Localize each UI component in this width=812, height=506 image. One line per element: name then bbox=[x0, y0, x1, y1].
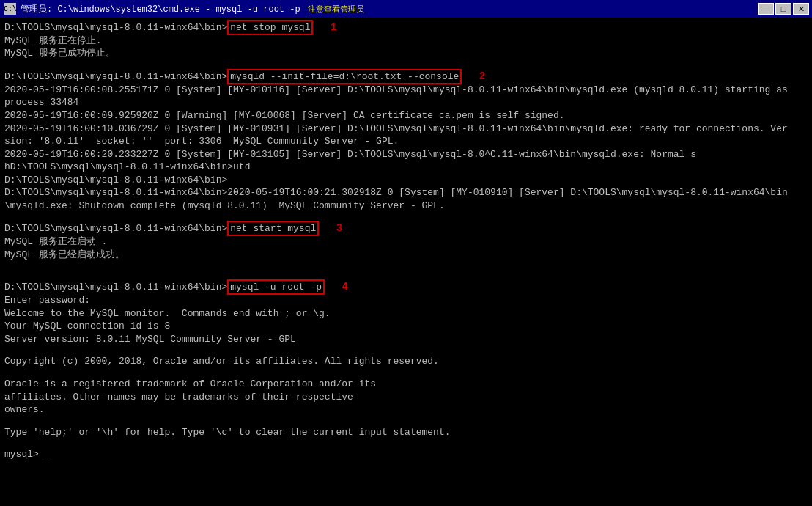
terminal-line-2: MySQL 服务正在停止. bbox=[4, 34, 808, 48]
terminal-line-23: Copyright (c) 2000, 2018, Oracle and/or … bbox=[4, 355, 808, 368]
terminal-line-9: sion: '8.0.11' socket: '' port: 3306 MyS… bbox=[4, 135, 808, 148]
titlebar-title: 管理员: C:\windows\system32\cmd.exe - mysql… bbox=[21, 3, 300, 15]
prompt-3: D:\TOOLS\mysql\mysql-8.0.11-winx64\bin> bbox=[4, 223, 227, 234]
terminal-line-20: Welcome to the MySQL monitor. Commands e… bbox=[4, 307, 808, 320]
step-3: 3 bbox=[336, 222, 342, 234]
cmd-4: mysql -u root -p bbox=[227, 279, 325, 295]
terminal-line-15: D:\TOOLS\mysql\mysql-8.0.11-winx64\bin>n… bbox=[4, 221, 808, 235]
empty-2 bbox=[4, 212, 808, 221]
cmd-3: net start mysql bbox=[227, 221, 319, 236]
terminal-line-1: D:\TOOLS\mysql\mysql-8.0.11-winx64\bin>n… bbox=[4, 21, 808, 34]
terminal-line-5: 2020-05-19T16:00:08.255171Z 0 [System] [… bbox=[4, 84, 808, 97]
terminal-line-12: D:\TOOLS\mysql\mysql-8.0.11-winx64\bin> bbox=[4, 174, 808, 187]
empty-4 bbox=[4, 271, 808, 280]
step-4: 4 bbox=[342, 281, 347, 293]
cmd-2: mysqld --init-file=d:\root.txt --console bbox=[227, 69, 462, 84]
cmd-1: net stop mysql bbox=[227, 20, 313, 35]
terminal-content: D:\TOOLS\mysql\mysql-8.0.11-winx64\bin>n… bbox=[0, 18, 812, 506]
terminal-line-17: MySQL 服务已经启动成功。 bbox=[4, 249, 808, 262]
terminal-line-16: MySQL 服务正在启动 . bbox=[4, 235, 808, 249]
cmd-window: C:\ 管理员: C:\windows\system32\cmd.exe - m… bbox=[0, 0, 812, 506]
terminal-line-6: process 33484 bbox=[4, 96, 808, 109]
prompt-4: D:\TOOLS\mysql\mysql-8.0.11-winx64\bin> bbox=[4, 282, 227, 293]
terminal-line-19: Enter password: bbox=[4, 294, 808, 307]
terminal-line-24: Oracle is a registered trademark of Orac… bbox=[4, 378, 808, 391]
terminal-line-26: owners. bbox=[4, 403, 808, 417]
titlebar-left: C:\ 管理员: C:\windows\system32\cmd.exe - m… bbox=[4, 3, 364, 15]
empty-6 bbox=[4, 368, 808, 378]
terminal-line-4: D:\TOOLS\mysql\mysql-8.0.11-winx64\bin>m… bbox=[4, 70, 808, 84]
titlebar: C:\ 管理员: C:\windows\system32\cmd.exe - m… bbox=[0, 0, 812, 18]
terminal-line-25: affiliates. Other names may be trademark… bbox=[4, 391, 808, 404]
terminal-line-28: mysql> _ bbox=[4, 448, 808, 461]
empty-8 bbox=[4, 439, 808, 448]
titlebar-subtitle: 注意查看管理员 bbox=[308, 4, 364, 15]
empty-7 bbox=[4, 417, 808, 426]
prompt-1: D:\TOOLS\mysql\mysql-8.0.11-winx64\bin> bbox=[4, 22, 227, 33]
terminal-line-7: 2020-05-19T16:00:09.925920Z 0 [Warning] … bbox=[4, 109, 808, 122]
prompt-2: D:\TOOLS\mysql\mysql-8.0.11-winx64\bin> bbox=[4, 71, 227, 82]
terminal-line-3: MySQL 服务已成功停止。 bbox=[4, 47, 808, 60]
titlebar-buttons: — □ ✕ bbox=[758, 3, 809, 15]
empty-3 bbox=[4, 261, 808, 271]
terminal-line-14: \mysqld.exe: Shutdown complete (mysqld 8… bbox=[4, 199, 808, 213]
empty-5 bbox=[4, 345, 808, 355]
terminal-line-13: D:\TOOLS\mysql\mysql-8.0.11-winx64\bin>2… bbox=[4, 186, 808, 199]
minimize-button[interactable]: — bbox=[758, 3, 774, 15]
terminal-line-18: D:\TOOLS\mysql\mysql-8.0.11-winx64\bin>m… bbox=[4, 280, 808, 294]
close-button[interactable]: ✕ bbox=[793, 3, 809, 15]
cmd-icon: C:\ bbox=[4, 3, 16, 15]
terminal-line-11: hD:\TOOLS\mysql\mysql-8.0.11-winx64\bin>… bbox=[4, 161, 808, 174]
step-1: 1 bbox=[331, 21, 336, 33]
terminal-line-21: Your MySQL connection id is 8 bbox=[4, 320, 808, 333]
terminal-line-8: 2020-05-19T16:00:10.036729Z 0 [System] [… bbox=[4, 122, 808, 136]
terminal-line-22: Server version: 8.0.11 MySQL Community S… bbox=[4, 333, 808, 346]
terminal-line-10: 2020-05-19T16:00:20.233227Z 0 [System] [… bbox=[4, 148, 808, 161]
terminal-line-27: Type 'help;' or '\h' for help. Type '\c'… bbox=[4, 426, 808, 439]
restore-button[interactable]: □ bbox=[775, 3, 791, 15]
step-2: 2 bbox=[479, 70, 485, 82]
